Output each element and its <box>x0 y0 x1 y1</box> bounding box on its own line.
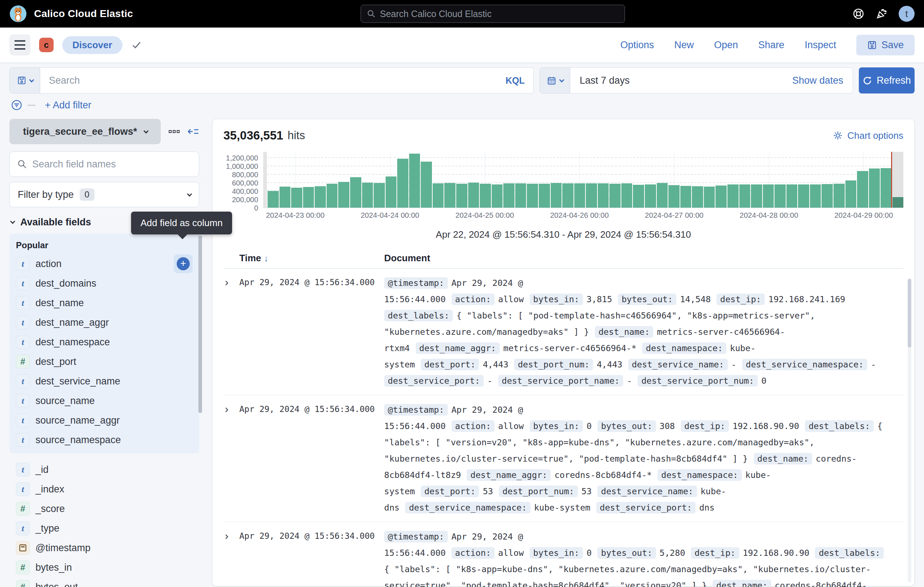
histogram-bar[interactable] <box>833 184 845 208</box>
histogram-bar[interactable] <box>291 188 302 208</box>
histogram-bar[interactable] <box>409 154 420 208</box>
breadcrumb[interactable]: Discover <box>62 36 122 54</box>
histogram-bar[interactable] <box>692 186 703 208</box>
field-item-@timestamp[interactable]: @timestamp <box>10 538 199 558</box>
histogram-bar[interactable] <box>503 184 515 208</box>
calendar-button[interactable] <box>540 68 570 93</box>
nav-inspect[interactable]: Inspect <box>805 40 836 51</box>
field-item-dest_service_name[interactable]: tdest_service_name <box>10 371 199 391</box>
histogram-bar[interactable] <box>362 183 373 208</box>
save-button[interactable]: Save <box>856 35 914 55</box>
histogram-bar[interactable] <box>763 184 774 208</box>
global-search-input[interactable] <box>380 9 619 19</box>
kql-query-input[interactable] <box>40 75 497 86</box>
help-icon[interactable] <box>852 8 865 20</box>
histogram-bar[interactable] <box>621 184 632 208</box>
histogram-bar[interactable] <box>397 159 408 208</box>
field-item-_type[interactable]: t_type <box>10 519 199 538</box>
histogram-bar[interactable] <box>645 184 656 208</box>
index-pattern-selector[interactable]: tigera_secure_ee_flows* <box>10 119 161 144</box>
field-item-dest_name[interactable]: tdest_name <box>10 293 199 313</box>
grid-options-icon[interactable] <box>169 128 180 135</box>
field-item-_index[interactable]: t_index <box>10 480 199 499</box>
nav-options[interactable]: Options <box>620 40 654 51</box>
field-item-action[interactable]: taction+ <box>10 254 199 274</box>
histogram-bar[interactable] <box>527 184 538 208</box>
histogram-bar[interactable] <box>881 168 892 208</box>
saved-queries-button[interactable] <box>10 68 40 93</box>
histogram-bar[interactable] <box>492 184 503 208</box>
histogram-bar[interactable] <box>609 184 620 208</box>
space-badge[interactable]: c <box>39 38 54 52</box>
field-item-dest_domains[interactable]: tdest_domains <box>10 274 199 293</box>
field-item-source_name[interactable]: tsource_name <box>10 391 199 410</box>
field-item-_id[interactable]: t_id <box>10 460 199 480</box>
chart-options-button[interactable]: Chart options <box>833 130 903 141</box>
histogram-bar[interactable] <box>704 187 715 208</box>
time-column-header[interactable]: Time↓ <box>239 253 384 264</box>
histogram-bar[interactable] <box>480 184 491 208</box>
histogram-bar[interactable] <box>786 184 798 208</box>
menu-hamburger-button[interactable] <box>10 35 30 55</box>
nav-share[interactable]: Share <box>758 40 784 51</box>
collapse-sidebar-icon[interactable] <box>188 126 199 137</box>
nav-new[interactable]: New <box>674 40 694 51</box>
nav-open[interactable]: Open <box>714 40 738 51</box>
histogram-bar[interactable] <box>893 197 904 208</box>
histogram-bar[interactable] <box>374 183 385 208</box>
field-item-source_namespace[interactable]: tsource_namespace <box>10 430 199 450</box>
add-field-as-column-button[interactable]: + <box>174 255 193 273</box>
histogram-bar[interactable] <box>303 187 314 208</box>
field-item-dest_port[interactable]: #dest_port <box>10 352 199 371</box>
sort-descending-icon[interactable]: ↓ <box>264 253 268 263</box>
histogram-bar[interactable] <box>433 184 444 208</box>
table-scrollbar[interactable] <box>908 279 911 582</box>
kql-language-button[interactable]: KQL <box>497 75 533 86</box>
histogram-bar[interactable] <box>421 162 432 208</box>
global-search[interactable] <box>361 5 625 23</box>
user-avatar[interactable]: t <box>899 6 914 22</box>
kql-search-control[interactable]: KQL <box>10 68 534 94</box>
histogram-bar[interactable] <box>728 184 739 208</box>
time-range-value[interactable]: Last 7 days <box>570 75 639 86</box>
sidebar-scrollbar-thumb[interactable] <box>198 235 202 413</box>
histogram-bar[interactable] <box>810 184 821 208</box>
histogram-bar[interactable] <box>774 184 786 208</box>
histogram-plot[interactable] <box>263 152 903 208</box>
histogram-bar[interactable] <box>598 184 609 208</box>
histogram-bar[interactable] <box>315 186 326 208</box>
field-item-dest_namespace[interactable]: tdest_namespace <box>10 332 199 352</box>
expand-row-button[interactable]: › <box>223 529 239 587</box>
histogram-bar[interactable] <box>456 184 467 208</box>
histogram-bar[interactable] <box>350 177 361 208</box>
histogram-bar[interactable] <box>680 186 691 208</box>
field-search-input[interactable] <box>32 159 191 170</box>
histogram-bar[interactable] <box>869 169 880 208</box>
field-item-bytes_in[interactable]: #bytes_in <box>10 558 199 577</box>
histogram-bar[interactable] <box>574 184 586 208</box>
histogram-bar[interactable] <box>668 185 680 208</box>
histogram-bar[interactable] <box>716 185 727 208</box>
histogram-bar[interactable] <box>515 184 526 208</box>
show-dates-button[interactable]: Show dates <box>783 75 853 86</box>
histogram-bar[interactable] <box>327 184 338 208</box>
histogram-bar[interactable] <box>857 171 868 208</box>
field-item-_score[interactable]: #_score <box>10 499 199 519</box>
date-picker[interactable]: Last 7 days Show dates <box>540 68 853 94</box>
filter-icon[interactable] <box>11 99 23 111</box>
histogram-bar[interactable] <box>279 187 291 208</box>
histogram-bar[interactable] <box>845 180 856 208</box>
expand-row-button[interactable]: › <box>223 402 239 516</box>
histogram-bar[interactable] <box>586 184 597 208</box>
field-item-source_name_aggr[interactable]: tsource_name_aggr <box>10 410 199 430</box>
histogram-bar[interactable] <box>633 185 644 208</box>
histogram-bar[interactable] <box>562 184 574 208</box>
filter-by-type-dropdown[interactable]: Filter by type 0 <box>10 182 199 207</box>
refresh-button[interactable]: Refresh <box>859 68 914 94</box>
histogram-bar[interactable] <box>386 177 397 208</box>
histogram-bar[interactable] <box>657 183 668 208</box>
histogram-bar[interactable] <box>739 184 751 208</box>
add-filter-button[interactable]: + Add filter <box>45 100 91 111</box>
histogram-bar[interactable] <box>822 184 833 208</box>
field-item-bytes_out[interactable]: #bytes_out <box>10 577 199 587</box>
